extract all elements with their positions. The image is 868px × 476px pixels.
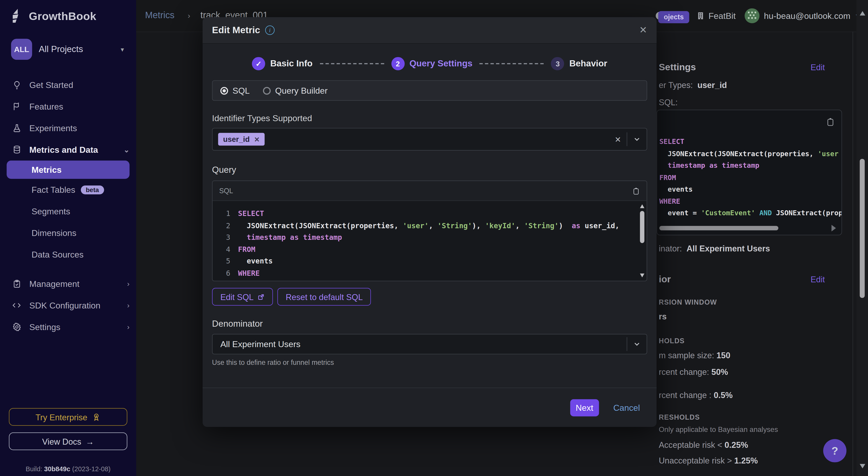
step-query-settings[interactable]: 2 Query Settings: [391, 57, 472, 70]
breadcrumb-metrics[interactable]: Metrics: [145, 10, 175, 21]
identifier-chip-user-id[interactable]: user_id ✕: [218, 133, 265, 146]
sql-editor: SQL 1SELECT2 JSONExtract(JSONExtract(pro…: [212, 180, 647, 281]
modal-header: Edit Metric i ✕: [203, 17, 656, 44]
view-docs-label: View Docs: [42, 437, 81, 446]
denominator-label: Denominator: [212, 319, 647, 329]
scroll-down-arrow[interactable]: [640, 273, 644, 277]
database-icon: [11, 145, 22, 154]
external-link-icon: [257, 293, 265, 300]
thresholds-label: HOLDS: [659, 337, 685, 345]
try-enterprise-label: Try Enterprise: [35, 412, 87, 421]
denominator-row: inator: All Experiment Users: [659, 244, 770, 253]
sidebar-item-management[interactable]: Management ›: [0, 273, 136, 295]
project-label: All Projects: [39, 44, 113, 54]
scrollbar-thumb[interactable]: [640, 211, 644, 243]
project-selector[interactable]: ALL All Projects ▼: [11, 39, 125, 60]
sidebar-item-label: Metrics and Data: [29, 145, 98, 155]
clipboard-icon: [11, 279, 22, 289]
metric-detail-panel: ojects Settings Edit er Types: user_id S…: [657, 32, 852, 476]
view-docs-button[interactable]: View Docs →: [9, 433, 127, 450]
sidebar-item-get-started[interactable]: Get Started: [0, 74, 136, 96]
try-enterprise-button[interactable]: Try Enterprise: [9, 408, 127, 426]
sidebar-item-features[interactable]: Features: [0, 96, 136, 117]
identifier-types-multiselect[interactable]: user_id ✕ ✕: [212, 128, 647, 151]
edit-metric-modal: Edit Metric i ✕ ✓ Basic Info 2 Query Set…: [203, 17, 656, 427]
sidebar-item-label: Features: [29, 101, 63, 112]
edit-query-settings-link[interactable]: Edit: [810, 62, 825, 72]
chevron-down-icon: ▼: [120, 46, 125, 52]
radio-query-builder[interactable]: Query Builder: [263, 86, 328, 95]
radio-label: Query Builder: [275, 86, 328, 95]
step-connector: [320, 63, 384, 64]
denominator-select[interactable]: All Experiment Users: [212, 334, 647, 354]
radio-label: SQL: [232, 86, 250, 95]
modal-footer: Next Cancel: [203, 388, 656, 427]
copy-icon[interactable]: [632, 186, 640, 195]
step-behavior[interactable]: 3 Behavior: [551, 57, 607, 70]
denominator-value: All Experiment Users: [220, 339, 300, 349]
sidebar-item-experiments[interactable]: Experiments: [0, 117, 136, 139]
growthbook-logo-icon: [10, 9, 23, 23]
sidebar-item-settings[interactable]: Settings ›: [0, 316, 136, 338]
org-switcher[interactable]: FeatBit: [696, 11, 736, 21]
sidebar-item-label: Metrics: [32, 165, 62, 175]
horizontal-scrollbar-thumb[interactable]: [659, 226, 778, 230]
radio-selected-icon: [220, 87, 228, 94]
sidebar-item-sdk-configuration[interactable]: SDK Configuration ›: [0, 295, 136, 316]
sidebar-item-segments[interactable]: Segments: [0, 201, 136, 222]
reset-sql-button[interactable]: Reset to default SQL: [277, 288, 371, 306]
user-email: hu-beau@outlook.com: [764, 11, 850, 21]
scrollbar-thumb[interactable]: [860, 159, 865, 298]
user-menu[interactable]: hu-beau@outlook.com ▼: [745, 8, 860, 23]
sidebar-item-data-sources[interactable]: Data Sources: [0, 244, 136, 265]
step-label: Basic Info: [270, 59, 312, 69]
identifier-types-row: er Types: user_id: [659, 80, 727, 90]
step-connector: [479, 63, 544, 64]
app-screen: GrowthBook ALL All Projects ▼ Get Starte…: [0, 0, 868, 476]
avatar: [745, 8, 760, 23]
reset-sql-label: Reset to default SQL: [286, 292, 363, 301]
cancel-button[interactable]: Cancel: [613, 403, 640, 413]
step-basic-info[interactable]: ✓ Basic Info: [252, 57, 313, 70]
breadcrumb-separator: ›: [188, 11, 190, 20]
sidebar-item-dimensions[interactable]: Dimensions: [0, 222, 136, 244]
org-name: FeatBit: [708, 11, 736, 21]
sidebar-item-label: Management: [29, 279, 79, 289]
query-settings-heading: Settings: [659, 62, 696, 73]
behavior-heading: ior: [659, 274, 671, 285]
help-button[interactable]: ?: [823, 439, 846, 463]
sidebar: GrowthBook ALL All Projects ▼ Get Starte…: [0, 0, 136, 476]
sidebar-item-metrics[interactable]: Metrics: [7, 160, 129, 179]
editor-scrollbar[interactable]: [639, 202, 646, 279]
chip-remove-icon[interactable]: ✕: [254, 136, 260, 143]
page-scrollbar[interactable]: [857, 0, 868, 476]
sample-size-row: m sample size: 150: [659, 351, 730, 360]
scroll-up-arrow[interactable]: [860, 11, 865, 16]
close-icon[interactable]: ✕: [639, 24, 647, 36]
scroll-up-arrow[interactable]: [640, 204, 644, 208]
sidebar-item-metrics-and-data[interactable]: Metrics and Data ⌄: [0, 139, 136, 160]
query-label: Query: [212, 165, 647, 175]
scroll-right-arrow[interactable]: [831, 225, 836, 231]
risk-thresholds-label: RESHOLDS: [659, 414, 700, 421]
wizard-stepper: ✓ Basic Info 2 Query Settings 3 Behavior: [203, 57, 656, 70]
sidebar-item-label: Experiments: [29, 123, 77, 133]
next-button[interactable]: Next: [570, 399, 599, 416]
edit-behavior-link[interactable]: Edit: [810, 275, 825, 284]
edit-sql-button[interactable]: Edit SQL: [212, 288, 273, 306]
copy-icon[interactable]: [826, 117, 835, 127]
chevron-right-icon: ›: [127, 301, 129, 309]
content-divider: [852, 32, 853, 476]
clear-all-icon[interactable]: ✕: [615, 135, 621, 144]
project-badge: ALL: [11, 39, 32, 60]
editor-body[interactable]: 1SELECT2 JSONExtract(JSONExtract(propert…: [213, 201, 647, 281]
app-title: GrowthBook: [29, 10, 96, 23]
code-icon: [11, 301, 22, 310]
app-logo[interactable]: GrowthBook: [0, 0, 136, 23]
step-2-number: 2: [391, 57, 404, 70]
risk-note: Only applicable to Bayesian analyses: [659, 425, 778, 434]
scroll-down-arrow[interactable]: [860, 464, 865, 468]
chevron-down-icon[interactable]: [633, 135, 641, 143]
radio-sql[interactable]: SQL: [220, 86, 250, 95]
sidebar-item-fact-tables[interactable]: Fact Tables beta: [0, 179, 136, 201]
